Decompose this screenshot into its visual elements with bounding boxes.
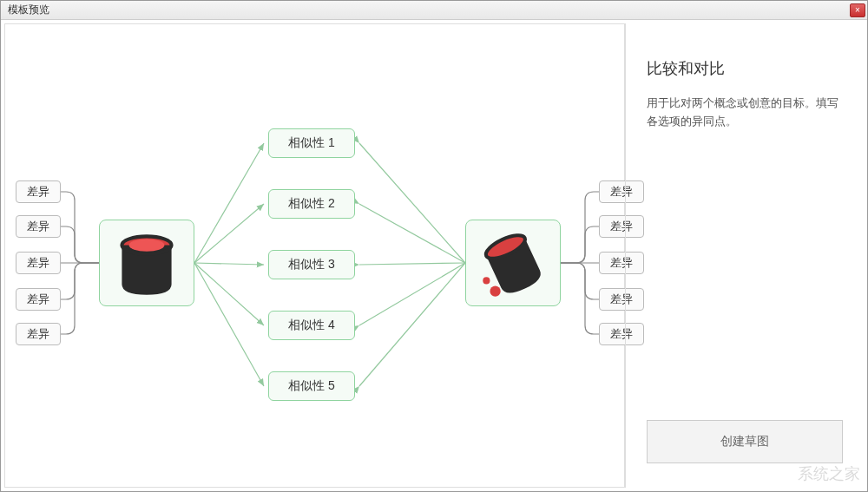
difference-label: 差异 [27, 292, 49, 307]
svg-point-12 [129, 239, 165, 251]
svg-line-7 [359, 263, 465, 265]
svg-line-5 [359, 143, 465, 263]
svg-point-14 [490, 286, 500, 297]
preview-window: 模板预览 × [0, 0, 868, 492]
svg-line-3 [194, 263, 264, 325]
close-button[interactable]: × [850, 3, 865, 17]
difference-label: 差异 [27, 184, 49, 200]
difference-left-node[interactable]: 差异 [16, 288, 61, 311]
option-a-node[interactable]: 选项 A [99, 220, 194, 306]
sidebar: 比较和对比 用于比对两个概念或创意的目标。填写各选项的异同点。 创建草图 [625, 23, 864, 488]
window-title: 模板预览 [8, 3, 49, 17]
similarity-node[interactable]: 相似性 5 [268, 371, 355, 401]
svg-line-0 [194, 143, 264, 263]
difference-left-node[interactable]: 差异 [16, 323, 61, 345]
similarity-node[interactable]: 相似性 2 [268, 189, 355, 219]
similarity-label: 相似性 4 [288, 318, 335, 333]
difference-left-node[interactable]: 差异 [16, 215, 61, 238]
similarity-node[interactable]: 相似性 3 [268, 250, 355, 279]
difference-left-node[interactable]: 差异 [16, 252, 61, 274]
similarity-label: 相似性 2 [288, 196, 335, 212]
window-body: 选项 A 选项 B 相似性 1 相似性 2 相似性 3 相似性 4 相似性 [1, 20, 867, 491]
paint-bucket-tilt-icon [466, 220, 560, 305]
similarity-label: 相似性 3 [288, 257, 335, 272]
similarity-node[interactable]: 相似性 1 [268, 128, 355, 158]
option-b-node[interactable]: 选项 B [465, 220, 561, 306]
sidebar-heading: 比较和对比 [647, 58, 843, 79]
diagram-canvas: 选项 A 选项 B 相似性 1 相似性 2 相似性 3 相似性 4 相似性 [4, 23, 625, 488]
paint-bucket-icon [100, 220, 194, 305]
create-button-label: 创建草图 [720, 434, 769, 448]
svg-line-2 [194, 263, 264, 265]
svg-point-15 [483, 277, 490, 284]
difference-left-node[interactable]: 差异 [16, 180, 61, 203]
svg-line-1 [194, 204, 264, 263]
svg-line-8 [359, 263, 465, 325]
sidebar-description: 用于比对两个概念或创意的目标。填写各选项的异同点。 [647, 95, 843, 131]
titlebar: 模板预览 × [1, 1, 867, 20]
similarity-node[interactable]: 相似性 4 [268, 311, 355, 340]
difference-label: 差异 [27, 255, 49, 271]
difference-label: 差异 [27, 326, 49, 342]
create-sketch-button[interactable]: 创建草图 [647, 420, 843, 463]
similarity-label: 相似性 5 [288, 378, 335, 394]
svg-line-6 [359, 204, 465, 263]
svg-line-9 [359, 263, 465, 386]
difference-label: 差异 [27, 219, 49, 234]
close-icon: × [855, 5, 860, 15]
similarity-label: 相似性 1 [288, 135, 335, 151]
svg-line-4 [194, 263, 264, 386]
